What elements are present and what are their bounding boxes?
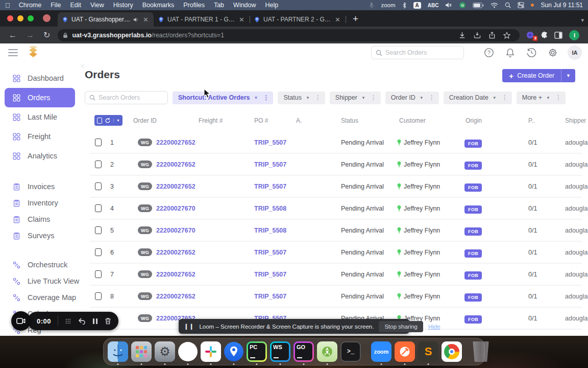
menubar-menu-item[interactable]: Bookmarks: [138, 2, 179, 9]
tab-close-icon[interactable]: ✕: [142, 16, 150, 24]
restart-recording-icon[interactable]: [78, 318, 86, 325]
input-source-icon[interactable]: A: [413, 2, 421, 9]
row-checkbox[interactable]: [95, 160, 102, 168]
volume-muted-icon[interactable]: [445, 2, 452, 8]
drag-handle-icon[interactable]: [65, 318, 71, 325]
sidebar-item[interactable]: Freight: [0, 127, 80, 146]
hide-banner-link[interactable]: Hide: [428, 324, 440, 330]
refresh-icon[interactable]: [105, 118, 111, 124]
filter-chip[interactable]: Creation Date ▼ ⋮: [444, 91, 512, 104]
row-checkbox[interactable]: [95, 292, 102, 300]
chevron-down-icon[interactable]: ▼: [420, 96, 424, 100]
chevron-down-icon[interactable]: ▼: [306, 96, 310, 100]
menubar-menu-item[interactable]: Help: [261, 2, 283, 9]
order-id-link[interactable]: 22200027670: [156, 227, 195, 234]
row-checkbox[interactable]: [95, 139, 102, 146]
browser-menu-kebab-icon[interactable]: ⋮: [583, 31, 588, 39]
delete-recording-icon[interactable]: [105, 317, 111, 325]
order-row[interactable]: 8 WG 22200027652 TRIP_5507 Pending Arriv…: [90, 286, 582, 308]
po-number-link[interactable]: TRIP_5508: [248, 205, 296, 212]
row-checkbox[interactable]: [95, 182, 102, 190]
po-number-link[interactable]: TRIP_5507: [248, 293, 296, 300]
new-tab-button[interactable]: +: [346, 13, 365, 27]
chevron-down-icon[interactable]: ▼: [493, 96, 497, 100]
chevron-down-icon[interactable]: ▼: [254, 96, 258, 100]
create-order-dropdown-icon[interactable]: ▼: [561, 73, 575, 78]
back-button[interactable]: ←: [4, 31, 21, 40]
dock-zoom-icon[interactable]: zoom: [371, 341, 391, 362]
dock-grasshopper-pin-icon[interactable]: [224, 341, 243, 362]
camera-bubble[interactable]: [11, 311, 31, 331]
notifications-bell-icon[interactable]: [500, 48, 521, 58]
row-checkbox[interactable]: [95, 270, 102, 278]
hamburger-menu-icon[interactable]: [6, 47, 20, 59]
sidebar-item[interactable]: Analytics: [0, 146, 80, 166]
po-number-link[interactable]: TRIP_5508: [248, 227, 296, 234]
dock-postman-icon[interactable]: [395, 341, 415, 362]
download-icon[interactable]: [455, 32, 470, 38]
browser-tab[interactable]: UAT - Grasshopper End To ✕: [58, 12, 154, 27]
menubar-menu-item[interactable]: History: [109, 2, 138, 9]
order-row[interactable]: 2 WG 22200027652 TRIP_5507 Pending Arriv…: [90, 154, 582, 176]
chevron-down-icon[interactable]: ▼: [546, 96, 550, 100]
po-number-link[interactable]: TRIP_5507: [248, 161, 296, 168]
dock-chrome-icon[interactable]: [178, 341, 198, 362]
bookmark-star-icon[interactable]: [499, 32, 514, 39]
settings-gear-icon[interactable]: [542, 48, 564, 58]
filter-kebab-icon[interactable]: ⋮: [371, 94, 377, 101]
order-id-link[interactable]: 22200027652: [156, 183, 195, 190]
collapse-panel-icon[interactable]: ⤫: [81, 63, 85, 70]
po-number-link[interactable]: TRIP_5507: [248, 183, 296, 190]
sidebar-item[interactable]: Dashboard: [0, 68, 80, 88]
po-number-link[interactable]: TRIP_5507: [248, 249, 296, 256]
browser-profile-avatar[interactable]: [43, 14, 51, 22]
dock-webstorm-icon[interactable]: WS: [270, 341, 290, 362]
tab-close-icon[interactable]: ✕: [334, 16, 341, 24]
global-search[interactable]: [371, 46, 464, 59]
orders-search[interactable]: [85, 91, 168, 104]
mic-status-icon[interactable]: [369, 2, 374, 9]
row-checkbox[interactable]: [95, 248, 102, 256]
sidebar-item[interactable]: Orders: [5, 88, 75, 107]
history-icon[interactable]: [521, 48, 542, 58]
row-checkbox[interactable]: [95, 204, 102, 212]
grasshopper-logo[interactable]: [27, 46, 39, 59]
tab-audio-icon[interactable]: [133, 17, 139, 22]
filter-chip[interactable]: More + ▼ ⋮: [517, 91, 566, 104]
order-row[interactable]: 6 WG 22200027652 TRIP_5507 Pending Arriv…: [90, 242, 582, 264]
sidebar-item[interactable]: Inventory: [0, 195, 80, 211]
row-checkbox[interactable]: [95, 226, 102, 234]
order-row[interactable]: 5 WG 22200027670 TRIP_5508 Pending Arriv…: [90, 220, 582, 242]
dock-system-settings-icon[interactable]: ⚙: [155, 341, 175, 362]
order-id-link[interactable]: 22200027652: [156, 293, 195, 300]
tab-overflow-chevron-icon[interactable]: ▾: [581, 17, 584, 24]
pinned-extension-icon[interactable]: 3: [523, 31, 537, 39]
extensions-puzzle-icon[interactable]: [537, 31, 551, 39]
po-number-link[interactable]: TRIP_5507: [248, 271, 296, 278]
order-id-link[interactable]: 22200027670: [156, 205, 195, 212]
sidebar-item[interactable]: Coverage Map: [0, 289, 80, 306]
side-panel-icon[interactable]: [551, 32, 566, 39]
dock-trash-icon[interactable]: [472, 341, 489, 362]
order-row[interactable]: 3 WG 22200027652 TRIP_5507 Pending Arriv…: [90, 176, 582, 198]
order-id-link[interactable]: 22200027652: [156, 271, 195, 278]
dock-finder-icon[interactable]: [108, 341, 128, 362]
order-row[interactable]: 1 WG 22200027652 TRIP_5507 Pending Arriv…: [90, 132, 582, 154]
column-header[interactable]: Customer: [386, 117, 451, 124]
column-header[interactable]: Status: [329, 117, 386, 124]
sidebar-item[interactable]: Last Mile: [0, 107, 80, 127]
menubar-menu-item[interactable]: Edit: [65, 2, 86, 9]
menubar-menu-item[interactable]: Chrome: [14, 2, 46, 9]
column-header[interactable]: P..: [508, 117, 541, 124]
save-to-device-icon[interactable]: [470, 32, 485, 38]
dock-goland-icon[interactable]: GO: [293, 341, 314, 362]
order-row[interactable]: 4 WG 22200027670 TRIP_5508 Pending Arriv…: [90, 198, 582, 220]
filter-kebab-icon[interactable]: ⋮: [429, 94, 435, 101]
filter-kebab-icon[interactable]: ⋮: [502, 94, 508, 101]
stop-sharing-button[interactable]: Stop sharing: [379, 321, 423, 332]
filter-kebab-icon[interactable]: ⋮: [263, 94, 269, 101]
order-id-link[interactable]: 22200027652: [156, 249, 195, 256]
wifi-icon[interactable]: [491, 3, 498, 8]
column-header[interactable]: PO #: [248, 117, 296, 124]
sidebar-item[interactable]: Claims: [0, 211, 80, 227]
